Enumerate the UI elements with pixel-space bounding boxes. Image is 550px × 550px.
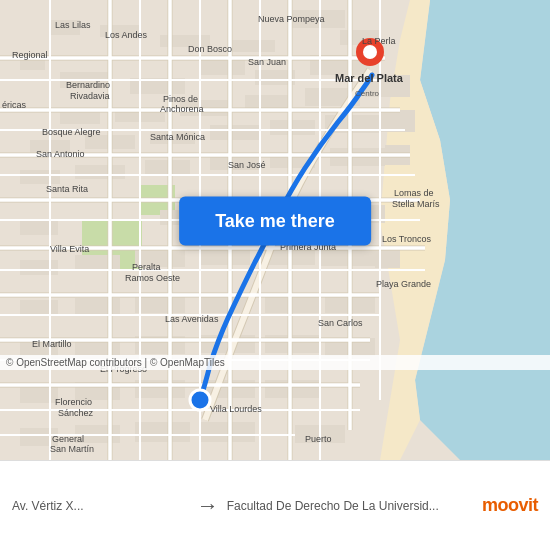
svg-text:Peralta: Peralta <box>132 262 161 272</box>
bottom-bar: Av. Vértiz X... → Facultad De Derecho De… <box>0 460 550 550</box>
svg-text:El Martillo: El Martillo <box>32 339 72 349</box>
svg-text:Puerto: Puerto <box>305 434 332 444</box>
svg-text:San Antonio: San Antonio <box>36 149 85 159</box>
svg-rect-48 <box>375 250 400 268</box>
svg-text:San Carlos: San Carlos <box>318 318 363 328</box>
svg-text:Los Andes: Los Andes <box>105 30 148 40</box>
svg-text:La Perla: La Perla <box>362 36 396 46</box>
svg-text:General: General <box>52 434 84 444</box>
svg-text:Santa Mónica: Santa Mónica <box>150 132 205 142</box>
svg-text:Stella Marís: Stella Marís <box>392 199 440 209</box>
svg-text:San Juan: San Juan <box>248 57 286 67</box>
moovit-text: moovit <box>482 495 538 516</box>
svg-rect-61 <box>20 385 58 403</box>
svg-rect-26 <box>210 125 260 140</box>
map-container: Las Lilas Nueva Pompeya La Perla Mar del… <box>0 0 550 460</box>
svg-rect-50 <box>75 298 120 314</box>
svg-rect-29 <box>380 110 415 132</box>
svg-point-72 <box>363 45 377 59</box>
svg-text:Villa Evita: Villa Evita <box>50 244 89 254</box>
svg-text:Rivadavia: Rivadavia <box>70 91 110 101</box>
svg-rect-30 <box>20 170 60 184</box>
svg-rect-14 <box>200 60 245 75</box>
svg-rect-51 <box>135 296 185 313</box>
route-to-label: Facultad De Derecho De La Universid... <box>227 499 474 513</box>
moovit-logo: moovit <box>482 495 538 516</box>
svg-rect-69 <box>135 422 190 442</box>
svg-rect-45 <box>200 248 250 265</box>
take-me-there-button[interactable]: Take me there <box>179 196 371 245</box>
route-to: Facultad De Derecho De La Universid... <box>227 499 474 513</box>
svg-text:Nueva Pompeya: Nueva Pompeya <box>258 14 325 24</box>
svg-text:Centro: Centro <box>355 89 380 98</box>
svg-text:Playa Grande: Playa Grande <box>376 279 431 289</box>
svg-rect-43 <box>75 255 120 271</box>
svg-text:San José: San José <box>228 160 266 170</box>
map-attribution: © OpenStreetMap contributors | © OpenMap… <box>0 355 550 370</box>
svg-text:Anchorena: Anchorena <box>160 104 204 114</box>
route-from-label: Av. Vértiz X... <box>12 499 189 513</box>
route-arrow: → <box>189 493 227 519</box>
svg-text:éricas: éricas <box>2 100 27 110</box>
svg-text:Sánchez: Sánchez <box>58 408 94 418</box>
svg-text:Los Troncos: Los Troncos <box>382 234 432 244</box>
svg-text:Lomas de: Lomas de <box>394 188 434 198</box>
svg-text:Ramos Oeste: Ramos Oeste <box>125 273 180 283</box>
route-from: Av. Vértiz X... <box>12 499 189 513</box>
svg-rect-8 <box>230 40 275 52</box>
svg-rect-31 <box>75 165 125 179</box>
svg-text:Don Bosco: Don Bosco <box>188 44 232 54</box>
svg-text:Villa Lourdes: Villa Lourdes <box>210 404 262 414</box>
svg-rect-49 <box>20 300 58 316</box>
svg-text:Bernardino: Bernardino <box>66 80 110 90</box>
svg-text:San Martín: San Martín <box>50 444 94 454</box>
svg-text:Santa Rita: Santa Rita <box>46 184 88 194</box>
svg-point-73 <box>190 390 210 410</box>
svg-text:Regional: Regional <box>12 50 48 60</box>
svg-text:Pinos de: Pinos de <box>163 94 198 104</box>
svg-text:Mar del Plata: Mar del Plata <box>335 72 404 84</box>
svg-rect-42 <box>20 260 58 275</box>
svg-text:Florencio: Florencio <box>55 397 92 407</box>
svg-text:Las Avenidas: Las Avenidas <box>165 314 219 324</box>
svg-rect-37 <box>20 220 58 235</box>
svg-text:Las Lilas: Las Lilas <box>55 20 91 30</box>
svg-text:Bosque Alegre: Bosque Alegre <box>42 127 101 137</box>
